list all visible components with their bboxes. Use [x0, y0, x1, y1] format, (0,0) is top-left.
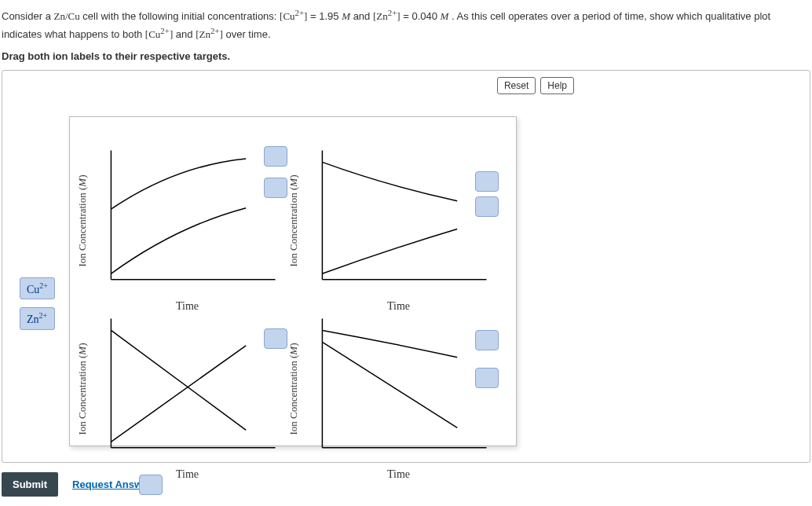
target-a-lower[interactable]: [264, 178, 287, 198]
help-button[interactable]: Help: [540, 77, 574, 94]
instruction-text: Drag both ion labels to their respective…: [2, 50, 810, 62]
plot-d-svg: [305, 313, 492, 465]
plot-d: Ion Concentration (M) Time: [305, 313, 492, 465]
plot-c-svg: [93, 313, 281, 465]
question-text: Consider a Zn/Cu cell with the following…: [2, 6, 810, 42]
ylabel: Ion Concentration (M): [76, 174, 89, 266]
xlabel: Time: [176, 300, 199, 313]
xlabel: Time: [387, 468, 410, 481]
work-area: Reset Help Cu2+ Zn2+ Ion Concentration (…: [2, 70, 810, 463]
submit-button[interactable]: Submit: [2, 472, 58, 497]
target-b-upper[interactable]: [475, 171, 499, 192]
reset-button[interactable]: Reset: [497, 77, 536, 94]
plot-b-svg: [305, 145, 492, 297]
target-c-side[interactable]: [264, 328, 287, 349]
target-a-upper[interactable]: [264, 146, 287, 167]
xlabel: Time: [387, 300, 410, 313]
plot-a-svg: [93, 145, 281, 297]
target-d-lower[interactable]: [475, 368, 499, 388]
plot-c: Ion Concentration (M) Time: [93, 313, 281, 465]
target-c-bottom[interactable]: [139, 475, 163, 495]
xlabel: Time: [176, 468, 199, 481]
ylabel: Ion Concentration (M): [76, 343, 89, 434]
plots-canvas: Ion Concentration (M) Time Ion Concentra…: [69, 116, 517, 446]
target-d-upper[interactable]: [475, 330, 499, 350]
drag-stage: Cu2+ Zn2+ Ion Concentration (M) Time: [10, 101, 529, 446]
ylabel: Ion Concentration (M): [287, 174, 300, 266]
plot-b: Ion Concentration (M) Time: [305, 145, 492, 297]
ylabel: Ion Concentration (M): [287, 343, 300, 434]
chip-cu[interactable]: Cu2+: [20, 277, 55, 300]
drag-source-panel: Cu2+ Zn2+: [20, 277, 55, 330]
chip-zn[interactable]: Zn2+: [20, 307, 55, 330]
target-b-lower[interactable]: [475, 196, 499, 217]
plot-a: Ion Concentration (M) Time: [93, 145, 281, 297]
